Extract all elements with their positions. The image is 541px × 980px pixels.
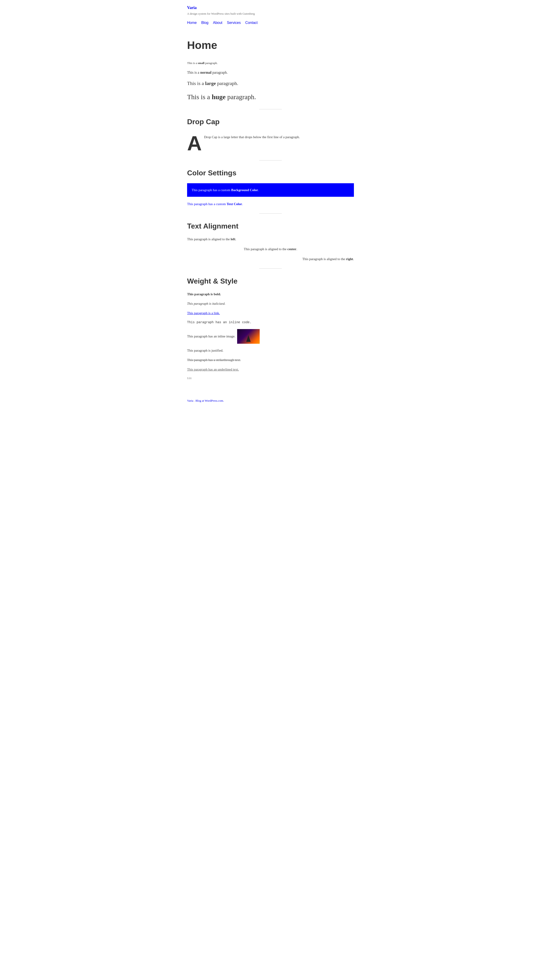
edit-link[interactable]: Edit	[187, 377, 192, 380]
inline-image	[237, 329, 260, 344]
dropcap-description: Drop Cap is a large letter that drops be…	[204, 132, 300, 140]
weight-style-section: Weight & Style This paragraph is bold. T…	[187, 275, 354, 380]
custom-bg-paragraph: This paragraph has a custom Background C…	[187, 183, 354, 197]
site-description: A design system for WordPress sites buil…	[187, 11, 354, 16]
paragraph-underline: This paragraph has an underlined text.	[187, 367, 354, 372]
inline-image-text: This paragraph has an inline image.	[187, 334, 235, 339]
paragraph-link-anchor[interactable]: This paragraph is a link.	[187, 311, 220, 315]
nav-home[interactable]: Home	[187, 20, 197, 26]
nav-contact[interactable]: Contact	[245, 20, 258, 26]
footer-blog-link[interactable]: Blog at WordPress.com.	[196, 399, 224, 402]
paragraph-small: This is a small paragraph.	[187, 61, 354, 65]
align-right-paragraph: This paragraph is aligned to the right.	[187, 256, 354, 262]
paragraph-sizes-section: This is a small paragraph. This is a nor…	[187, 61, 354, 102]
nav-blog[interactable]: Blog	[201, 20, 208, 26]
divider-3	[259, 213, 282, 214]
dropcap-title: Drop Cap	[187, 116, 354, 127]
page-title: Home	[187, 37, 354, 54]
footer-site-link[interactable]: Varia	[187, 399, 193, 402]
paragraph-italic: This paragraph is italicized.	[187, 301, 354, 306]
align-left-paragraph: This paragraph is aligned to the left.	[187, 236, 354, 242]
divider-2	[259, 160, 282, 161]
paragraph-bold: This paragraph is bold.	[187, 291, 354, 297]
paragraph-justified: This paragraph is justified.	[187, 348, 354, 353]
footer-site-name[interactable]: Varia	[187, 399, 194, 402]
site-title[interactable]: Varia	[187, 5, 354, 11]
site-nav: Home Blog About Services Contact	[187, 20, 354, 26]
site-footer: Varia . Blog at WordPress.com.	[187, 394, 354, 403]
paragraph-inline-image: This paragraph has an inline image.	[187, 329, 354, 344]
paragraph-code: This paragraph has an inline code.	[187, 320, 354, 325]
text-alignment-title: Text Alignment	[187, 220, 354, 232]
paragraph-link: This paragraph is a link.	[187, 310, 354, 316]
site-title-link[interactable]: Varia	[187, 5, 197, 10]
paragraph-huge: This is a huge paragraph.	[187, 92, 354, 102]
text-alignment-section: Text Alignment This paragraph is aligned…	[187, 220, 354, 262]
color-settings-section: Color Settings This paragraph has a cust…	[187, 167, 354, 207]
main-content: Home This is a small paragraph. This is …	[187, 37, 354, 380]
dropcap-section: Drop Cap A Drop Cap is a large letter th…	[187, 116, 354, 153]
align-center-paragraph: This paragraph is aligned to the center.	[187, 247, 354, 252]
color-settings-title: Color Settings	[187, 167, 354, 179]
paragraph-strikethrough: This paragraph has a strikethrough text.	[187, 357, 354, 363]
nav-about[interactable]: About	[213, 20, 223, 26]
custom-text-color-paragraph: This paragraph has a custom Text Color.	[187, 201, 354, 207]
dropcap-container: A Drop Cap is a large letter that drops …	[187, 132, 354, 153]
paragraph-normal: This is a normal paragraph.	[187, 70, 354, 75]
paragraph-large: This is a large paragraph.	[187, 80, 354, 87]
weight-style-title: Weight & Style	[187, 275, 354, 287]
dropcap-letter: A	[187, 133, 202, 153]
nav-services[interactable]: Services	[227, 20, 241, 26]
edit-link-container: Edit	[187, 376, 354, 380]
site-header: Varia A design system for WordPress site…	[187, 5, 354, 30]
